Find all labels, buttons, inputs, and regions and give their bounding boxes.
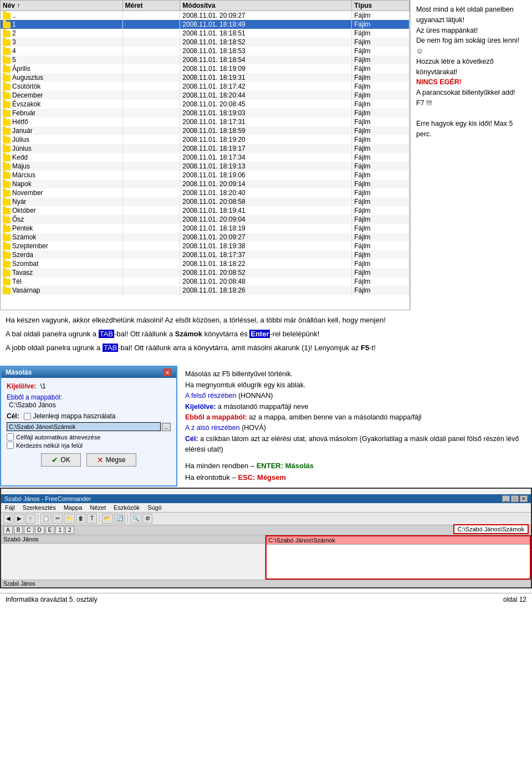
tb-search[interactable]: 🔍 [130,514,141,524]
menu-szerkesztes[interactable]: Szerkesztés [21,504,58,511]
file-type-cell: Fájlm [352,233,410,242]
table-row[interactable]: Hétfő2008.11.01. 18:17:31Fájlm [1,117,410,126]
table-row[interactable]: 52008.11.01. 18:18:54Fájlm [1,55,410,64]
tb-back[interactable]: ◀ [3,514,13,524]
table-row[interactable]: Június2008.11.01. 18:19:17Fájlm [1,144,410,153]
file-size-cell [122,206,180,215]
table-row[interactable]: ..2008.11.01. 20:09:27Fájlm [1,11,410,21]
file-type-cell: Fájlm [352,188,410,197]
file-name-cell: Október [1,206,122,215]
tb-forward[interactable]: ▶ [14,514,24,524]
maximize-button[interactable]: □ [511,495,519,502]
checkbox-jelenlegi[interactable] [24,413,31,420]
col-header-size[interactable]: Méret [122,1,180,11]
drive-tab-a[interactable]: A [3,526,13,534]
table-row[interactable]: 42008.11.01. 18:18:53Fájlm [1,47,410,55]
file-name-cell: Szombat [1,259,122,268]
drive-tab-2[interactable]: 2 [65,526,74,534]
tb-cut[interactable]: ✂ [53,514,63,524]
table-row[interactable]: Április2008.11.01. 18:19:09Fájlm [1,64,410,73]
file-modified-cell: 2008.11.01. 18:19:31 [180,73,352,82]
table-row[interactable]: Május2008.11.01. 18:19:13Fájlm [1,162,410,171]
table-row[interactable]: Vasárnap2008.11.01. 18:18:26Fájlm [1,286,410,295]
table-row[interactable]: 22008.11.01. 18:18:51Fájlm [1,29,410,38]
file-type-cell: Fájlm [352,162,410,171]
table-row[interactable]: Október2008.11.01. 18:19:41Fájlm [1,206,410,215]
table-row[interactable]: December2008.11.01. 18:20:44Fájlm [1,91,410,100]
ebbol-section: Ebből a mappából: C:\Szabó János [7,393,171,409]
menu-mappa[interactable]: Mappa [62,504,84,511]
table-row[interactable]: Nyár2008.11.01. 20:08:58Fájlm [1,197,410,206]
drive-tab-c[interactable]: C [24,526,33,534]
table-row[interactable]: Szerda2008.11.01. 18:17:37Fájlm [1,250,410,259]
table-row[interactable]: Tavasz2008.11.01. 20:08:52Fájlm [1,268,410,277]
table-row[interactable]: Ősz2008.11.01. 20:09:04Fájlm [1,215,410,224]
file-panel: Név ↑ Méret Módosítva Típus ..2008.11.01… [0,0,410,310]
drive-tab-b[interactable]: B [14,526,23,534]
file-type-cell: Fájlm [352,286,410,295]
table-row[interactable]: November2008.11.01. 18:20:40Fájlm [1,188,410,197]
col-header-name[interactable]: Név ↑ [1,1,122,11]
tb-rename[interactable]: T [87,514,97,524]
table-row[interactable]: Január2008.11.01. 18:18:59Fájlm [1,126,410,135]
checkbox-kerdezes[interactable] [7,442,14,449]
checkbox-atnevez[interactable] [7,433,14,441]
table-row[interactable]: Március2008.11.01. 18:19:06Fájlm [1,171,410,180]
file-size-cell [122,38,180,47]
file-modified-cell: 2008.11.01. 18:19:41 [180,206,352,215]
close-window-button[interactable]: ✕ [520,495,528,502]
menu-nezet[interactable]: Nézet [88,504,108,511]
table-row[interactable]: 12008.11.01. 18:18:49Fájlm [1,20,410,29]
table-row[interactable]: Péntek2008.11.01. 18:18:19Fájlm [1,224,410,233]
body-line1: Ha készen vagyunk, akkor elkezdhetünk má… [6,315,526,326]
table-row[interactable]: Csütörtök2008.11.01. 18:17:42Fájlm [1,82,410,91]
right-panel-text3: De nem fog ám sokáig üres lenni! [416,35,526,46]
file-name-cell: Kedd [1,153,122,162]
tb-paste[interactable]: 📁 [64,514,75,524]
drive-tab-d[interactable]: D [35,526,44,534]
table-row[interactable]: Számok2008.11.01. 20:09:27Fájlm [1,233,410,242]
tb-up[interactable]: ↑ [25,514,35,524]
tb-settings[interactable]: ⚙ [142,514,152,524]
file-type-cell: Fájlm [352,153,410,162]
menu-eszkozok[interactable]: Eszközök [112,504,141,511]
drive-tab-1[interactable]: 1 [55,526,64,534]
col-header-type[interactable]: Típus [352,1,410,11]
file-modified-cell: 2008.11.01. 18:19:09 [180,64,352,73]
tb-delete[interactable]: 🗑 [76,514,86,524]
table-row[interactable]: Kedd2008.11.01. 18:17:34Fájlm [1,153,410,162]
right-path-display[interactable]: C:\Szabó János\Számok [453,524,529,534]
tb-newfolder[interactable]: 📂 [102,514,113,524]
tb-copy[interactable]: 📋 [40,514,52,524]
footer-left: Informatika óravázlat 5. osztály [6,596,97,603]
ok-button[interactable]: ✔ OK [41,453,80,467]
cel-browse-button[interactable]: ... [162,423,171,431]
tb-sep1 [38,514,38,523]
table-row[interactable]: Tél2008.11.01. 20:08:48Fájlm [1,277,410,286]
table-row[interactable]: Február2008.11.01. 18:19:03Fájlm [1,109,410,117]
menu-fajl[interactable]: Fájl [3,504,17,511]
table-row[interactable]: Július2008.11.01. 18:19:20Fájlm [1,135,410,144]
table-row[interactable]: 32008.11.01. 18:18:52Fájlm [1,38,410,47]
tb-refresh[interactable]: 🔄 [114,514,125,524]
dialog-close-button[interactable]: ✕ [163,368,172,376]
file-type-cell: Fájlm [352,109,410,117]
cel-path-input[interactable] [7,422,161,431]
checkbox-kerdezes-label: Kérdezés nélkül írja felül [16,442,83,449]
table-row[interactable]: Augusztus2008.11.01. 18:19:31Fájlm [1,73,410,82]
table-row[interactable]: Évszakok2008.11.01. 20:08:45Fájlm [1,100,410,109]
file-type-cell: Fájlm [352,242,410,250]
drive-tab-e[interactable]: E [45,526,55,534]
col-header-modified[interactable]: Módosítva [180,1,352,11]
menu-sugo[interactable]: Súgó [146,504,163,511]
folder-icon [3,288,11,294]
main-container: Név ↑ Méret Módosítva Típus ..2008.11.01… [0,0,532,606]
file-modified-cell: 2008.11.01. 18:17:31 [180,117,352,126]
table-row[interactable]: Szombat2008.11.01. 18:18:22Fájlm [1,259,410,268]
cancel-button[interactable]: ✕ Mégse [86,453,136,467]
table-row[interactable]: Napok2008.11.01. 20:09:14Fájlm [1,180,410,188]
minimize-button[interactable]: _ [502,495,510,502]
table-row[interactable]: Szeptember2008.11.01. 18:19:38Fájlm [1,242,410,250]
folder-icon [3,39,11,46]
enter-line: Ha minden rendben – ENTER: Másolás [185,460,524,472]
